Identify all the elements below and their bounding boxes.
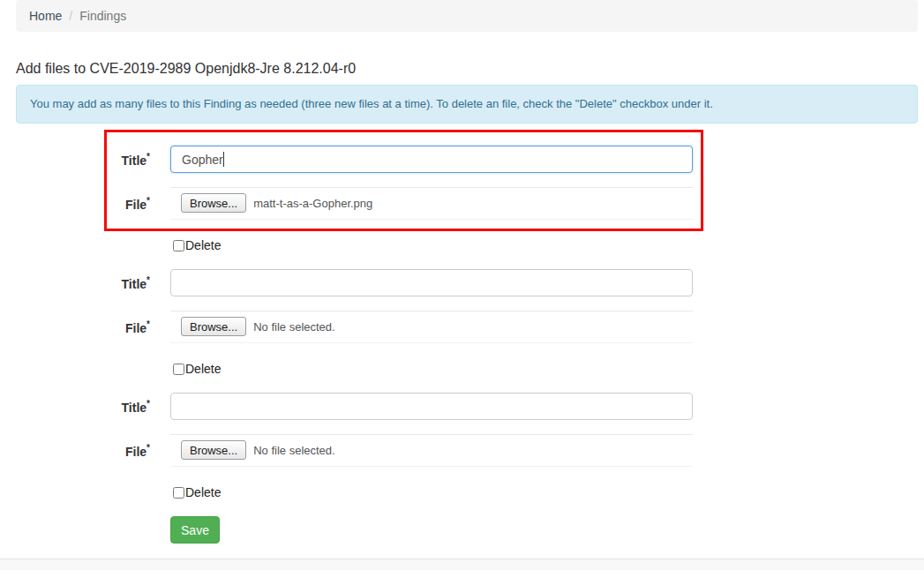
- file-field-row: File* Browse... matt-t-as-a-Gopher.png: [0, 187, 706, 220]
- title-label-text: Title: [122, 276, 147, 290]
- delete-row: Delete: [0, 485, 706, 499]
- delete-label-text: Delete: [185, 238, 221, 252]
- file-field-row: File* Browse... No file selected.: [0, 434, 706, 467]
- title-label-text: Title: [122, 400, 147, 414]
- delete-checkbox[interactable]: [173, 240, 184, 251]
- save-button[interactable]: Save: [170, 516, 220, 544]
- required-asterisk: *: [146, 275, 150, 285]
- file-name-text: No file selected.: [253, 320, 335, 334]
- file-label-text: File: [125, 444, 146, 458]
- delete-label-text: Delete: [185, 485, 221, 499]
- required-asterisk: *: [146, 152, 150, 161]
- title-field-row: Title*: [0, 146, 706, 173]
- required-asterisk: *: [146, 443, 150, 453]
- title-input-wrap: [170, 393, 693, 420]
- title-label: Title*: [0, 275, 150, 291]
- delete-row: Delete: [0, 238, 706, 252]
- required-asterisk: *: [146, 319, 150, 329]
- title-input[interactable]: [170, 269, 693, 296]
- delete-checkbox-label[interactable]: Delete: [173, 362, 221, 376]
- delete-row: Delete: [0, 362, 706, 376]
- file-name-text: No file selected.: [253, 444, 335, 457]
- page: Home/Findings Add files to CVE-2019-2989…: [0, 0, 924, 570]
- title-label: Title*: [0, 152, 150, 168]
- file-input[interactable]: Browse... No file selected.: [170, 311, 693, 343]
- required-asterisk: *: [146, 196, 150, 206]
- text-cursor: [223, 152, 224, 167]
- title-input-wrap: [170, 146, 693, 173]
- title-input[interactable]: [170, 146, 693, 173]
- file-label: File*: [0, 443, 150, 459]
- delete-checkbox-label[interactable]: Delete: [173, 238, 221, 252]
- file-label: File*: [0, 319, 150, 335]
- browse-button[interactable]: Browse...: [181, 317, 246, 336]
- info-alert: You may add as many files to this Findin…: [16, 85, 918, 124]
- file-label-text: File: [125, 197, 146, 211]
- title-input-wrap: [170, 269, 693, 296]
- breadcrumb-current: Findings: [79, 9, 126, 23]
- breadcrumb-separator: /: [62, 9, 79, 23]
- page-title: Add files to CVE-2019-2989 Openjdk8-Jre …: [16, 61, 356, 77]
- delete-label-text: Delete: [185, 362, 221, 376]
- file-field-row: File* Browse... No file selected.: [0, 311, 706, 343]
- title-field-row: Title*: [0, 393, 706, 420]
- breadcrumb-home-link[interactable]: Home: [29, 9, 62, 23]
- title-field-row: Title*: [0, 269, 706, 296]
- required-asterisk: *: [146, 399, 150, 409]
- file-label-text: File: [125, 320, 146, 334]
- delete-checkbox[interactable]: [173, 487, 184, 499]
- delete-checkbox[interactable]: [173, 364, 184, 375]
- title-input[interactable]: [170, 393, 693, 420]
- delete-checkbox-label[interactable]: Delete: [173, 485, 221, 499]
- browse-button[interactable]: Browse...: [181, 440, 246, 460]
- footer-bar: [0, 559, 924, 570]
- breadcrumb: Home/Findings: [16, 0, 918, 32]
- file-input[interactable]: Browse... matt-t-as-a-Gopher.png: [170, 187, 693, 220]
- title-label: Title*: [0, 399, 150, 415]
- file-input[interactable]: Browse... No file selected.: [170, 434, 693, 467]
- title-label-text: Title: [122, 153, 147, 167]
- browse-button[interactable]: Browse...: [181, 193, 246, 213]
- file-name-text: matt-t-as-a-Gopher.png: [253, 197, 372, 210]
- file-label: File*: [0, 196, 150, 212]
